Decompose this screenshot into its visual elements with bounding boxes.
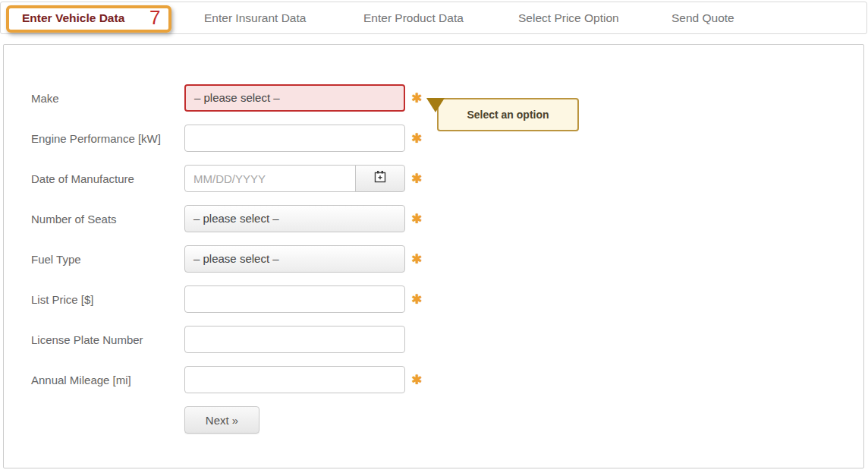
make-select[interactable]: – please select – (184, 84, 405, 112)
fuel-type-select[interactable]: – please select – (184, 245, 405, 273)
required-asterisk-icon: ✱ (411, 171, 422, 186)
tab-enter-vehicle-data[interactable]: Enter Vehicle Data (22, 2, 124, 33)
form-row-date-of-manufacture: Date of Manufacture ✱ (31, 165, 863, 192)
date-of-manufacture-field (184, 165, 405, 192)
annual-mileage-input[interactable] (184, 366, 405, 393)
calendar-icon (373, 169, 388, 188)
required-asterisk-icon: ✱ (411, 372, 422, 387)
license-plate-input[interactable] (184, 326, 405, 353)
list-price-input[interactable] (184, 285, 405, 313)
form-row-annual-mileage: Annual Mileage [mi] ✱ (31, 366, 863, 393)
required-asterisk-icon: ✱ (411, 292, 422, 307)
number-of-seats-select[interactable]: – please select – (184, 205, 405, 232)
required-asterisk-icon: ✱ (411, 251, 422, 267)
tooltip-arrow-icon (426, 98, 445, 112)
form-row-number-of-seats: Number of Seats – please select – ✱ (31, 205, 863, 232)
tab-send-quote[interactable]: Send Quote (671, 2, 734, 33)
required-asterisk-icon: ✱ (411, 211, 422, 226)
open-datepicker-button[interactable] (355, 165, 405, 192)
wizard-tab-bar: Enter Vehicle Data Enter Insurant Data E… (0, 2, 867, 34)
list-price-label: List Price [$] (31, 293, 184, 306)
tab-enter-insurant-data[interactable]: Enter Insurant Data (204, 2, 306, 33)
form-row-fuel-type: Fuel Type – please select – ✱ (31, 245, 863, 273)
make-label: Make (31, 92, 184, 105)
form-row-list-price: List Price [$] ✱ (31, 285, 863, 313)
next-button[interactable]: Next » (184, 406, 259, 434)
vehicle-insurance-app: Enter Vehicle Data Enter Insurant Data E… (0, 0, 868, 470)
fuel-type-label: Fuel Type (31, 253, 184, 266)
engine-performance-label: Engine Performance [kW] (31, 132, 184, 145)
validation-tooltip: Select an option (437, 98, 579, 131)
required-asterisk-icon: ✱ (411, 131, 422, 146)
tab-enter-product-data[interactable]: Enter Product Data (363, 2, 464, 33)
number-of-seats-label: Number of Seats (31, 213, 184, 226)
license-plate-label: License Plate Number (31, 333, 184, 346)
annual-mileage-label: Annual Mileage [mi] (31, 374, 184, 386)
form-row-actions: Next » (31, 406, 863, 434)
date-of-manufacture-label: Date of Manufacture (31, 172, 184, 185)
engine-performance-input[interactable] (184, 125, 405, 152)
date-of-manufacture-input[interactable] (184, 165, 356, 192)
required-asterisk-icon: ✱ (411, 90, 422, 106)
form-row-license-plate: License Plate Number (31, 326, 863, 353)
tab-select-price-option[interactable]: Select Price Option (518, 2, 619, 33)
